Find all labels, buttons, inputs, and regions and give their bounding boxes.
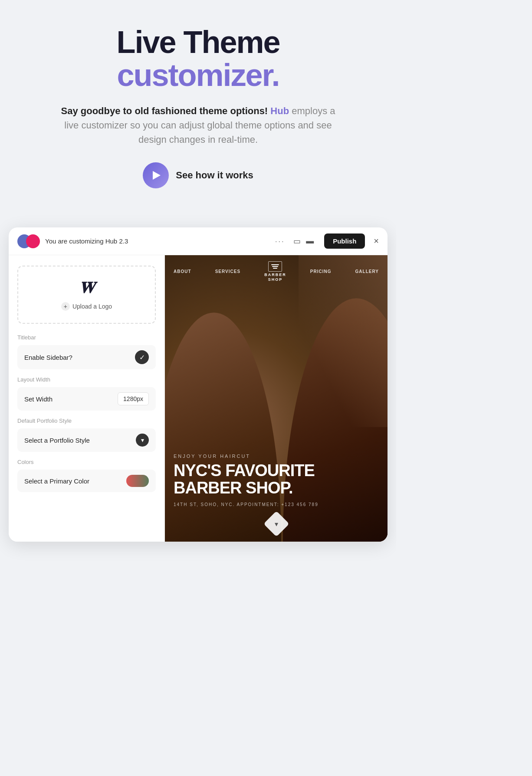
- logo-dots: [17, 234, 40, 248]
- left-panel: 𝐖 + Upload a Logo Titlebar Enable Sideba…: [9, 255, 165, 542]
- portfolio-dropdown-label: Select a Portfolio Style: [24, 437, 90, 444]
- upload-logo-label: Upload a Logo: [72, 303, 112, 310]
- main-title: NYC'S FAVOURITE BARBER SHOP.: [174, 462, 379, 497]
- hero-title-line1: Live Theme: [116, 25, 279, 59]
- nav-logo-bottom: SHOP: [264, 277, 286, 282]
- colors-section-label: Colors: [17, 459, 156, 465]
- svg-rect-2: [273, 268, 277, 269]
- customizer-widget: You are customizing Hub 2.3 ··· ▭ ▬ Publ…: [9, 227, 388, 542]
- logo-upload-box: 𝐖 + Upload a Logo: [17, 266, 156, 324]
- enable-sidebar-label: Enable Sidebar?: [24, 354, 72, 361]
- enable-sidebar-check[interactable]: ✓: [135, 350, 149, 364]
- hero-subtitle-brand: Hub: [268, 105, 289, 116]
- color-swatch[interactable]: [126, 475, 149, 487]
- barber-preview-panel: ABOUT SERVICES BARBER SHOP: [165, 255, 388, 542]
- layout-width-row: Set Width 1280px: [17, 387, 156, 411]
- width-value[interactable]: 1280px: [118, 392, 149, 405]
- nav-logo-text: BARBER SHOP: [264, 273, 286, 282]
- hero-section: Live Theme customizer. Say goodbye to ol…: [0, 0, 396, 206]
- play-button[interactable]: [143, 162, 169, 188]
- layout-width-section-label: Layout Width: [17, 376, 156, 383]
- device-icons: ▭ ▬: [293, 237, 314, 246]
- main-title-line1: NYC'S FAVOURITE: [174, 462, 379, 480]
- close-button[interactable]: ×: [374, 236, 379, 246]
- enable-sidebar-row: Enable Sidebar? ✓: [17, 345, 156, 369]
- desktop-icon[interactable]: ▬: [306, 237, 314, 246]
- nav-gallery: GALLERY: [355, 269, 379, 274]
- see-how-row: See how it works: [35, 162, 361, 188]
- play-icon: [153, 171, 161, 180]
- set-width-label: Set Width: [24, 395, 53, 403]
- barber-nav: ABOUT SERVICES BARBER SHOP: [165, 255, 388, 288]
- main-title-line2: BARBER SHOP.: [174, 480, 379, 497]
- color-select-label: Select a Primary Color: [24, 477, 89, 485]
- more-options-icon[interactable]: ···: [275, 236, 285, 246]
- portfolio-dropdown-chevron[interactable]: ▾: [136, 434, 149, 447]
- nav-logo-top: BARBER: [264, 273, 286, 277]
- nav-logo: BARBER SHOP: [264, 261, 286, 282]
- hero-subtitle: Say goodbye to old fashioned theme optio…: [55, 104, 342, 147]
- upload-plus-icon: +: [61, 302, 70, 311]
- color-row: Select a Primary Color: [17, 470, 156, 492]
- customizer-topbar: You are customizing Hub 2.3 ··· ▭ ▬ Publ…: [9, 227, 388, 255]
- barber-content: ENJOY YOUR HAIRCUT NYC'S FAVOURITE BARBE…: [174, 454, 379, 507]
- customizing-text: You are customizing Hub 2.3: [45, 237, 269, 245]
- nav-about: ABOUT: [174, 269, 191, 274]
- dot-pink: [26, 234, 40, 248]
- address-text: 14TH ST, SOHO, NYC. APPOINTMENT: +123 45…: [174, 502, 379, 507]
- portfolio-style-section-label: Default Portfolio Style: [17, 418, 156, 424]
- see-how-label: See how it works: [176, 170, 253, 181]
- nav-logo-icon: [268, 261, 282, 272]
- titlebar-section-label: Titlebar: [17, 334, 156, 341]
- portfolio-style-row: Select a Portfolio Style ▾: [17, 428, 156, 452]
- svg-rect-1: [272, 266, 278, 267]
- svg-rect-0: [271, 264, 279, 265]
- customizer-body: 𝐖 + Upload a Logo Titlebar Enable Sideba…: [9, 255, 388, 542]
- hero-subtitle-bold: Say goodbye to old fashioned theme optio…: [61, 105, 268, 116]
- diamond-icon: ▾: [275, 520, 278, 528]
- nav-pricing: PRICING: [310, 269, 332, 274]
- hero-title-line2: customizer.: [117, 58, 279, 92]
- logo-w-icon: 𝐖: [30, 279, 143, 297]
- publish-button[interactable]: Publish: [324, 233, 365, 249]
- enjoy-text: ENJOY YOUR HAIRCUT: [174, 454, 379, 459]
- upload-logo-button[interactable]: + Upload a Logo: [61, 302, 112, 311]
- nav-services: SERVICES: [215, 269, 240, 274]
- barber-preview: ABOUT SERVICES BARBER SHOP: [165, 255, 388, 542]
- mobile-icon[interactable]: ▭: [293, 237, 301, 246]
